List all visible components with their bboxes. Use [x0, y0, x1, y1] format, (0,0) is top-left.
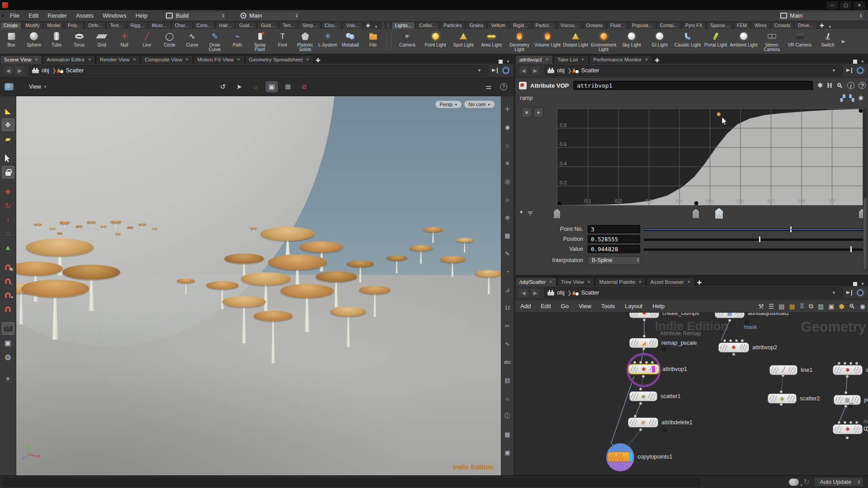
scene-tab-geometry-spreadsheet[interactable]: Geometry Spreadsheet✕: [245, 55, 313, 64]
close-tab-icon[interactable]: ✕: [35, 57, 38, 62]
minimize-button[interactable]: ─: [826, 1, 838, 9]
scene-tab-render-view[interactable]: Render View✕: [96, 55, 140, 64]
value-field[interactable]: 0.944828: [588, 245, 640, 253]
menu-edit[interactable]: Edit: [24, 10, 43, 21]
menu-help[interactable]: Help: [131, 10, 152, 21]
shelf-tool-platonic-solids[interactable]: Platonic Solids: [294, 29, 316, 54]
shelf-tool-stereo-camera[interactable]: Stereo Camera: [758, 29, 786, 54]
shelf-tool-gi-light[interactable]: GI Light: [646, 29, 674, 54]
shelf-tab-grains[interactable]: Grains: [466, 22, 487, 29]
cells-icon[interactable]: ▦: [501, 425, 514, 443]
shelf-tool-sky-light[interactable]: Sky Light: [618, 29, 646, 54]
node-remap_pscale[interactable]: ◢: [629, 338, 658, 348]
shelf-tool-line[interactable]: ╱Line: [136, 29, 158, 54]
add-shelf-icon[interactable]: ✚: [817, 23, 826, 29]
pan-icon[interactable]: ✛: [501, 100, 514, 118]
handles-tool-icon[interactable]: ▲: [2, 241, 14, 254]
select-style-area-icon[interactable]: ❖: [2, 118, 14, 131]
viewport-3d[interactable]: Persp▼ No cam▼ y x z Indie Edition: [16, 96, 501, 475]
shelf-tool-torus[interactable]: Torus: [68, 29, 90, 54]
snap-grid-icon[interactable]: ▦: [2, 261, 14, 273]
node-attribadjustfloat2[interactable]: ▩: [715, 313, 745, 318]
node-scatter1[interactable]: ◆: [629, 391, 657, 401]
houdini-logo-icon[interactable]: H: [827, 82, 832, 89]
gear-menu-icon[interactable]: ✱: [817, 81, 823, 89]
close-icon[interactable]: ✕: [501, 154, 514, 172]
breadcrumb-scatter[interactable]: Scatter: [63, 67, 87, 74]
shelf-tab-char[interactable]: Char...: [171, 22, 193, 29]
shelf-tool-l-system[interactable]: ✳L-System: [316, 29, 339, 54]
spinner-icon[interactable]: ▲▼: [295, 14, 298, 18]
box-select-icon[interactable]: ▣: [266, 81, 278, 92]
image-icon[interactable]: ▣: [501, 443, 514, 461]
ramp-flip-icon[interactable]: ▞: [840, 94, 845, 102]
shelf-tool-file[interactable]: File: [362, 29, 384, 54]
close-tab-icon[interactable]: ✕: [587, 280, 591, 284]
shelf-tab-lights[interactable]: Lights...: [392, 22, 415, 29]
breadcrumb-scatter[interactable]: Scatter: [579, 67, 602, 74]
pose-tool-icon[interactable]: ∴: [2, 227, 14, 240]
ramp-point-handle[interactable]: [553, 209, 561, 219]
shelf-tool-area-light[interactable]: Area Light: [477, 29, 505, 54]
visibility-icon[interactable]: ◉: [860, 303, 865, 310]
back-icon[interactable]: ◀: [519, 66, 528, 75]
misc-tool-icon[interactable]: ✦: [2, 372, 14, 385]
shelf-splitter[interactable]: [382, 23, 389, 28]
shelf-tab-modify[interactable]: Modify: [22, 22, 43, 29]
network-tab-material-palette[interactable]: Material Palette✕: [595, 277, 646, 286]
shelf-tab-rigg[interactable]: Rigg...: [127, 22, 147, 29]
close-tab-icon[interactable]: ✕: [581, 57, 585, 62]
network-tab-asset-browser[interactable]: Asset Browser✕: [646, 277, 695, 286]
new-tab-icon[interactable]: ✚: [697, 279, 702, 286]
menu-file[interactable]: File: [5, 10, 24, 21]
scene-tab-animation-editor[interactable]: Animation Editor✕: [42, 55, 95, 64]
breadcrumb[interactable]: obj ❯ Scatter ▼: [544, 65, 843, 76]
ramp-reverse-icon[interactable]: ▚: [849, 94, 854, 102]
network-menu-tools[interactable]: Tools: [596, 303, 620, 310]
clamp-icon[interactable]: ╤: [528, 209, 532, 216]
numbers-icon[interactable]: 12: [501, 299, 514, 317]
close-tab-icon[interactable]: ✕: [88, 57, 91, 62]
new-tab-icon[interactable]: ✚: [655, 57, 660, 64]
scene-tab-scene-view[interactable]: Scene View✕: [0, 55, 42, 64]
render-region-icon[interactable]: ▣: [2, 336, 14, 349]
shelf-splitter[interactable]: [386, 33, 392, 50]
notes-icon[interactable]: ▥: [818, 303, 824, 310]
view-tool-label[interactable]: View: [29, 84, 41, 90]
node-attribvop2[interactable]: ✱: [718, 343, 749, 352]
close-tab-icon[interactable]: ✕: [133, 57, 137, 62]
dots-grid-icon[interactable]: ⠿: [800, 303, 804, 310]
network-menu-go[interactable]: Go: [556, 303, 574, 310]
network-menu-edit[interactable]: Edit: [536, 303, 556, 310]
pane-menu-icon[interactable]: ▼: [506, 60, 510, 64]
forward-icon[interactable]: ▶: [531, 66, 540, 75]
close-tab-icon[interactable]: ✕: [638, 280, 642, 284]
forward-icon[interactable]: ▶: [531, 289, 540, 297]
node-line1[interactable]: ╱: [769, 365, 797, 375]
close-tab-icon[interactable]: ✕: [306, 57, 309, 62]
zoom-select-icon[interactable]: ⊞: [282, 81, 294, 92]
chevron-down-icon[interactable]: ▼: [477, 68, 481, 73]
shelf-tab-guid[interactable]: Guid...: [236, 22, 257, 29]
close-tab-icon[interactable]: ✕: [185, 57, 189, 62]
menu-render[interactable]: Render: [43, 10, 71, 21]
lock-selection-icon[interactable]: [2, 166, 14, 178]
network-menu-help[interactable]: Help: [647, 303, 670, 310]
search-icon[interactable]: 🔍︎: [836, 82, 843, 89]
shelf-tool-tube[interactable]: Tube: [45, 29, 68, 54]
shelf-tab-cons[interactable]: Cons...: [193, 22, 215, 29]
params-scrollbar[interactable]: [863, 108, 867, 271]
back-icon[interactable]: ◀: [4, 66, 13, 75]
shelf-tool-portal-light[interactable]: Portal Light: [702, 29, 730, 54]
view-icon[interactable]: ◉: [501, 118, 514, 136]
shelf-tool-spot-light[interactable]: Spot Light: [449, 29, 477, 54]
grid-icon[interactable]: ▦: [501, 226, 514, 244]
network-menu-layout[interactable]: Layout: [620, 303, 647, 310]
node-att_partial[interactable]: ✱: [833, 365, 863, 375]
shelf-tool-grid[interactable]: Grid: [90, 29, 113, 54]
close-tab-icon[interactable]: ✕: [645, 57, 648, 62]
flipbook-icon[interactable]: ◍: [2, 350, 14, 363]
position-slider[interactable]: [644, 235, 863, 243]
pane-maximize-icon[interactable]: [499, 60, 503, 64]
params-tab-performance-monitor[interactable]: Performance Monitor✕: [589, 55, 652, 64]
